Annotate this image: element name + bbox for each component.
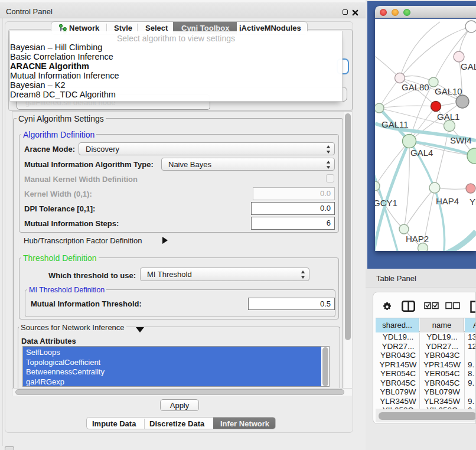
svg-text:GAL4: GAL4 (410, 148, 433, 158)
svg-text:GAL11: GAL11 (382, 119, 409, 129)
svg-text:GAL10: GAL10 (435, 86, 462, 96)
svg-text:GAL80: GAL80 (402, 82, 429, 92)
svg-text:SWI4: SWI4 (450, 135, 472, 145)
svg-text:GAL1: GAL1 (437, 112, 459, 122)
svg-text:GAL2: GAL2 (461, 61, 476, 71)
svg-text:YM: YM (470, 197, 476, 207)
svg-text:HAP2: HAP2 (406, 234, 429, 244)
svg-text:HAP4: HAP4 (436, 196, 459, 206)
svg-text:GCY1: GCY1 (375, 198, 397, 208)
